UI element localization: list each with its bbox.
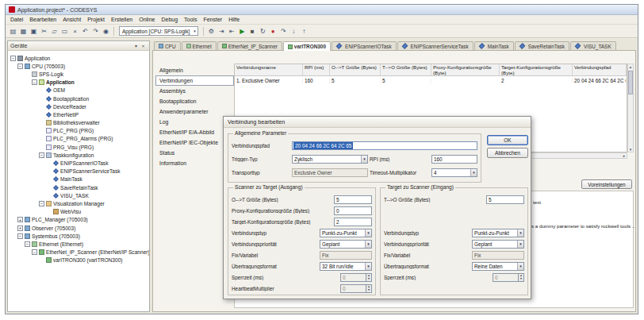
- spinner-sperrzeit-ms[interactable]: 0▴▾: [340, 273, 372, 282]
- start-icon[interactable]: ▶: [237, 26, 247, 37]
- new-file-icon[interactable]: ▤: [8, 26, 18, 37]
- spin-down-icon[interactable]: ▾: [519, 277, 523, 281]
- redo-icon[interactable]: ↷: [90, 26, 101, 37]
- undo-icon[interactable]: ↶: [80, 26, 90, 37]
- cut-icon[interactable]: ✂: [39, 26, 49, 37]
- tree-item-prg-visu-prg[interactable]: PRG_Visu (PRG): [8, 143, 149, 151]
- spin-down-icon[interactable]: ▾: [366, 288, 371, 292]
- expander-icon[interactable]: +: [17, 217, 23, 222]
- tree-item-observer-705003[interactable]: +Observer (705003): [8, 224, 149, 232]
- menu-bearbeiten[interactable]: Bearbeiten: [26, 16, 59, 23]
- step-into-icon[interactable]: ↓: [289, 26, 299, 37]
- tab-visu-task[interactable]: VISU_TASK: [570, 41, 616, 50]
- tree-item-plc-prg-alarms-prg[interactable]: PLC_PRG_Alarms (PRG): [8, 135, 149, 143]
- save-icon[interactable]: ▣: [29, 26, 39, 37]
- field-t-o-gr-e-bytes[interactable]: 5: [486, 195, 524, 204]
- tree-item-bibliotheksverwalter[interactable]: Bibliotheksverwalter: [8, 119, 149, 127]
- presets-button[interactable]: Voreinstellungen: [581, 179, 632, 189]
- tab-ethernet[interactable]: Ethernet: [182, 41, 217, 50]
- tree-item-application[interactable]: −Application: [8, 54, 149, 62]
- field-o-t-gr-e-bytes[interactable]: 5: [334, 195, 372, 204]
- spin-down-icon[interactable]: ▾: [366, 277, 371, 281]
- expander-icon[interactable]: −: [17, 64, 23, 69]
- stop-icon[interactable]: ■: [247, 26, 258, 37]
- tree-item-sps-logik[interactable]: SPS-Logik: [8, 70, 149, 78]
- menu-fenster[interactable]: Fenster: [200, 16, 225, 23]
- spinner-heartbeatmultiplier[interactable]: 0▴▾: [340, 284, 372, 293]
- scroll-right-icon[interactable]: ▸: [622, 153, 627, 158]
- tree-item-ethernet-ethernet[interactable]: −Ethernet (Ethernet): [8, 240, 149, 248]
- build-icon[interactable]: ⚙: [206, 26, 217, 37]
- tree-item-bootapplication[interactable]: Bootapplication: [8, 94, 149, 102]
- tree-item-cpu-705003[interactable]: −CPU (705003): [8, 62, 149, 70]
- side-tab-assemblys[interactable]: Assemblys: [155, 86, 234, 96]
- tree-item-maintask[interactable]: MainTask: [8, 175, 149, 183]
- step-out-icon[interactable]: ↑: [299, 26, 309, 37]
- field-target-konfigurationsgr-e-bytes[interactable]: 2: [334, 218, 372, 226]
- tree-item-ethernetip[interactable]: EtherNetIP: [8, 110, 149, 118]
- tree-item-enipscannerservicetask[interactable]: ENIPScannerServiceTask: [8, 168, 149, 175]
- tab-saveretaintask[interactable]: SaveRetainTask: [515, 41, 569, 50]
- menu-tools[interactable]: Tools: [181, 16, 200, 23]
- tree-item-taskkonfiguration[interactable]: −Taskkonfiguration: [8, 151, 149, 159]
- menu-debug[interactable]: Debug: [158, 16, 181, 23]
- close-icon[interactable]: ×: [140, 44, 147, 48]
- select-verbindungspriorit-t[interactable]: Geplant▾: [472, 240, 524, 249]
- rpi-input[interactable]: 160: [431, 155, 477, 164]
- spinner-sperrzeit-ms[interactable]: 0▴▾: [493, 273, 524, 282]
- tree-item-oem[interactable]: OEM: [8, 87, 149, 94]
- side-tab-allgemein[interactable]: Allgemein: [155, 65, 234, 75]
- tree-item-ethernet-ip-scanner-ethernet-ip-scanner[interactable]: −EtherNet_IP_Scanner (EtherNet/IP Scanne…: [8, 249, 149, 256]
- tree-item-visu-task[interactable]: VISU_TASK: [8, 191, 149, 199]
- tab-enipscannerservicetask[interactable]: ENIPScannerServiceTask: [397, 41, 473, 50]
- menu-online[interactable]: Online: [136, 16, 158, 23]
- tab-maintask[interactable]: MainTask: [474, 41, 514, 50]
- expander-icon[interactable]: −: [39, 152, 44, 158]
- expander-icon[interactable]: −: [25, 241, 30, 247]
- login-icon[interactable]: ⇥: [217, 26, 227, 37]
- menu-projekt[interactable]: Projekt: [84, 16, 108, 23]
- find-icon[interactable]: ◉: [101, 26, 111, 37]
- step-over-icon[interactable]: ↷: [278, 26, 289, 37]
- tree-item-enipscanneriotask[interactable]: ENIPScannerIOTask: [8, 159, 149, 167]
- tab-varitron300[interactable]: varITRON300: [283, 41, 331, 51]
- tree-item-webvisu[interactable]: WebVisu: [8, 208, 149, 216]
- side-tab-bootapplication[interactable]: Bootapplication: [155, 96, 234, 106]
- open-project-icon[interactable]: ▦: [18, 26, 29, 37]
- ok-button[interactable]: OK: [487, 135, 528, 145]
- expander-icon[interactable]: −: [10, 56, 16, 61]
- timeout-multiplier-select[interactable]: 4 ▾: [431, 168, 477, 177]
- tree-item-devicereader[interactable]: DeviceReader: [8, 102, 149, 110]
- tree-item-systembus-705003[interactable]: −Systembus (705003): [8, 232, 149, 240]
- connection-path-input[interactable]: 20 04 24 66 2C 64 2C 65: [292, 141, 477, 150]
- field-proxy-konfigurationsgr-e-bytes[interactable]: 0: [334, 206, 372, 215]
- delete-icon[interactable]: ×: [70, 26, 80, 37]
- tree-item-plc-prg-prg[interactable]: PLC_PRG (PRG): [8, 127, 149, 135]
- expander-icon[interactable]: −: [39, 201, 44, 206]
- table-row[interactable]: 1. Exclusive Owner16055220 04 24 66 2C 6…: [235, 76, 627, 84]
- tab-cpu[interactable]: CPU: [154, 41, 181, 50]
- select-bertragungsformat[interactable]: 32 Bit run/Idle▾: [320, 262, 372, 271]
- scroll-up-icon[interactable]: ▴: [628, 64, 633, 69]
- expander-icon[interactable]: −: [32, 249, 37, 255]
- paste-icon[interactable]: ▭: [59, 26, 70, 37]
- select-verbindungstyp[interactable]: Punkt-zu-Punkt▾: [320, 229, 372, 237]
- dock-menu-icon[interactable]: ▾: [132, 43, 140, 48]
- reset-icon[interactable]: ↻: [258, 26, 268, 37]
- logout-icon[interactable]: ⇤: [227, 26, 237, 37]
- menu-datei[interactable]: Datei: [7, 16, 26, 23]
- menu-erstellen[interactable]: Erstellen: [108, 16, 136, 23]
- select-bertragungsformat[interactable]: Reine Daten▾: [472, 262, 524, 271]
- cancel-button[interactable]: Abbrechen: [487, 148, 528, 158]
- tree-item-saveretaintask[interactable]: SaveRetainTask: [8, 183, 149, 191]
- active-application-selector[interactable]: Application [CPU: SPS-Logik] ▾: [119, 26, 198, 36]
- expander-icon[interactable]: +: [17, 226, 23, 231]
- tree-item-visualization-manager[interactable]: −Visualization Manager: [8, 199, 149, 207]
- scrollbar-thumb[interactable]: [628, 71, 633, 94]
- menu-hilfe[interactable]: Hilfe: [225, 16, 243, 23]
- tree-item-application[interactable]: −Application: [8, 79, 149, 87]
- tree-item-plc-manager-705003[interactable]: +PLC_Manager (705003): [8, 216, 149, 224]
- side-tab-verbindungen[interactable]: Verbindungen: [155, 75, 234, 86]
- menu-ansicht[interactable]: Ansicht: [59, 16, 84, 23]
- scroll-down-icon[interactable]: ▾: [628, 147, 633, 152]
